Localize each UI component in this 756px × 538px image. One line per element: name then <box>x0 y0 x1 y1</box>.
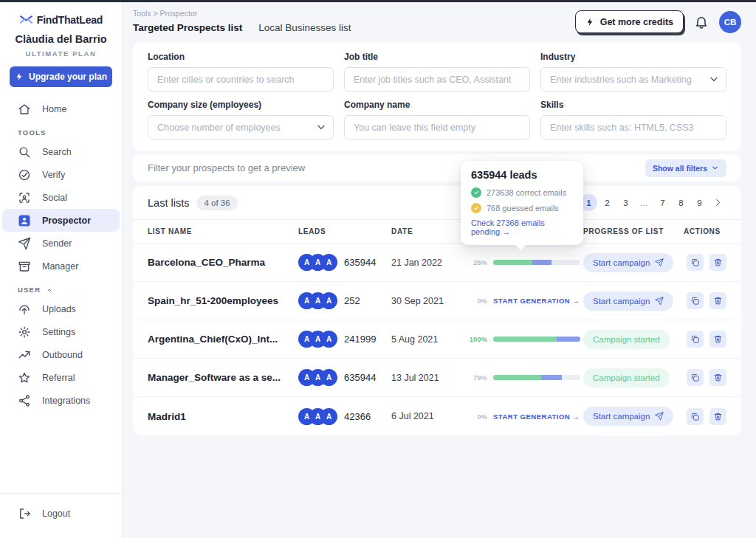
filter-input[interactable] <box>344 115 530 139</box>
actions-cell <box>684 292 726 309</box>
duplicate-list-button[interactable] <box>687 369 704 386</box>
user-avatar[interactable]: CB <box>719 11 741 33</box>
list-name[interactable]: Argentina_Chief(CxO)_Int... <box>148 334 298 345</box>
start-campaign-button[interactable]: Start campaign <box>583 292 673 311</box>
sidebar-item-sender[interactable]: Sender <box>2 232 120 255</box>
check-circle-green-icon <box>471 187 481 198</box>
get-more-credits-button[interactable]: Get more credits <box>575 10 684 33</box>
sidebar-item-logout[interactable]: Logout <box>2 502 120 525</box>
check-pending-emails-link[interactable]: Check 27368 emails pending → <box>471 218 573 236</box>
column-header-leads: LEADS <box>298 227 391 235</box>
list-name[interactable]: Spain_hr_51-200employees <box>148 295 298 306</box>
start-campaign-button[interactable]: Start campaign <box>583 407 673 426</box>
integrations-icon <box>18 394 31 407</box>
sidebar-item-label: Prospector <box>42 215 91 226</box>
delete-list-button[interactable] <box>709 408 726 425</box>
page-8[interactable]: 8 <box>673 194 690 211</box>
brand-logo[interactable]: FindThatLead <box>0 13 122 27</box>
delete-list-button[interactable] <box>709 331 726 348</box>
notifications-bell-icon[interactable] <box>694 15 709 30</box>
list-name[interactable]: Barcelona_CEO_Pharma <box>148 257 298 268</box>
page-3[interactable]: 3 <box>617 194 634 211</box>
sidebar-item-integrations[interactable]: Integrations <box>2 389 120 412</box>
sidebar-section-user[interactable]: USER <box>0 277 122 297</box>
tab-targeted-prospects[interactable]: Targeted Prospects list <box>133 22 242 33</box>
table-row: Madrid1AAA423666 Jul 20210%START GENERAT… <box>133 397 741 435</box>
filter-field-skills: Skills <box>540 100 726 139</box>
trash-icon <box>713 412 723 421</box>
start-generation-link[interactable]: START GENERATION → <box>493 413 580 421</box>
sidebar-section-tools: TOOLS <box>0 120 122 140</box>
filter-select[interactable]: Enter industries such as Marketing <box>540 67 726 92</box>
sidebar-item-search[interactable]: Search <box>2 140 120 163</box>
user-name: Clàudia del Barrio <box>0 33 122 45</box>
sidebar-item-label: Referral <box>42 373 75 383</box>
list-name[interactable]: Madrid1 <box>148 411 298 422</box>
delete-list-button[interactable] <box>709 369 726 386</box>
progress-bar <box>493 260 580 265</box>
column-header-progress-of-list: PROGRESS OF LIST <box>583 227 684 235</box>
sidebar-item-home[interactable]: Home <box>2 97 120 120</box>
leads-popover: 635944 leads 273638 correct emails 768 g… <box>461 161 583 245</box>
sidebar-item-label: Uploads <box>42 304 76 314</box>
list-date: 30 Sep 2021 <box>391 296 467 306</box>
uploads-icon <box>18 303 31 316</box>
start-generation-link[interactable]: START GENERATION → <box>493 297 580 305</box>
progress-bar <box>493 375 580 380</box>
filter-label: Industry <box>540 52 726 62</box>
sidebar-item-settings[interactable]: Settings <box>2 320 120 343</box>
sidebar-item-verify[interactable]: Verify <box>2 163 120 186</box>
show-all-filters-button[interactable]: Show all filters <box>645 159 726 177</box>
delete-list-button[interactable] <box>709 292 726 309</box>
upgrade-plan-button[interactable]: Upgrade your plan <box>10 66 112 87</box>
sidebar-nav: HomeTOOLSSearchVerifySocialProspectorSen… <box>0 97 122 412</box>
delete-list-button[interactable] <box>709 254 726 271</box>
filter-input[interactable] <box>344 67 530 92</box>
campaign-cell: Start campaign <box>583 253 684 272</box>
actions-cell <box>684 254 726 271</box>
sidebar-item-label: Manager <box>42 261 78 272</box>
list-name[interactable]: Manager_Software as a se... <box>148 372 298 383</box>
leads-cell: AAA635944 <box>298 369 391 386</box>
filter-field-company-name: Company name <box>344 100 530 139</box>
pagination: 123…789 <box>580 194 726 211</box>
prospector-icon <box>18 214 31 227</box>
next-page-button[interactable] <box>709 194 726 211</box>
table-row: Argentina_Chief(CxO)_Int...AAA2419995 Au… <box>133 320 741 359</box>
pagination-ellipsis: … <box>636 194 653 211</box>
duplicate-list-button[interactable] <box>687 408 704 425</box>
sidebar-item-outbound[interactable]: Outbound <box>2 343 120 366</box>
filter-input[interactable] <box>540 115 726 139</box>
filter-select[interactable]: Choose number of employees <box>148 115 334 139</box>
duplicate-list-button[interactable] <box>687 254 704 271</box>
sidebar-item-prospector[interactable]: Prospector <box>2 209 120 232</box>
page-2[interactable]: 2 <box>599 194 616 211</box>
column-header-list-name: LIST NAME <box>148 227 298 235</box>
campaign-started-button[interactable]: Campaign started <box>583 368 670 387</box>
filter-label: Skills <box>540 100 726 110</box>
campaign-started-label: Campaign started <box>593 335 660 344</box>
page-7[interactable]: 7 <box>654 194 671 211</box>
start-campaign-button[interactable]: Start campaign <box>583 253 673 272</box>
page-tabs: Targeted Prospects list Local Businesses… <box>133 22 351 33</box>
send-icon <box>655 258 664 267</box>
filter-input[interactable] <box>148 67 334 92</box>
page-9[interactable]: 9 <box>691 194 708 211</box>
duplicate-list-button[interactable] <box>687 292 704 309</box>
list-date: 13 Jul 2021 <box>391 373 467 383</box>
correct-emails-text: 273638 correct emails <box>487 188 566 197</box>
duplicate-list-button[interactable] <box>687 331 704 348</box>
sidebar-item-uploads[interactable]: Uploads <box>2 297 120 320</box>
start-campaign-label: Start campaign <box>593 297 650 306</box>
sidebar-item-social[interactable]: Social <box>2 186 120 209</box>
lead-avatar: A <box>320 369 337 386</box>
campaign-started-button[interactable]: Campaign started <box>583 330 670 349</box>
sidebar-item-referral[interactable]: Referral <box>2 366 120 389</box>
actions-cell <box>684 369 726 386</box>
actions-cell <box>684 331 726 348</box>
search-icon <box>18 145 31 159</box>
sidebar-item-manager[interactable]: Manager <box>2 255 120 277</box>
brand-name: FindThatLead <box>37 14 103 26</box>
start-campaign-label: Start campaign <box>593 412 650 421</box>
tab-local-businesses[interactable]: Local Businesses list <box>258 22 351 33</box>
